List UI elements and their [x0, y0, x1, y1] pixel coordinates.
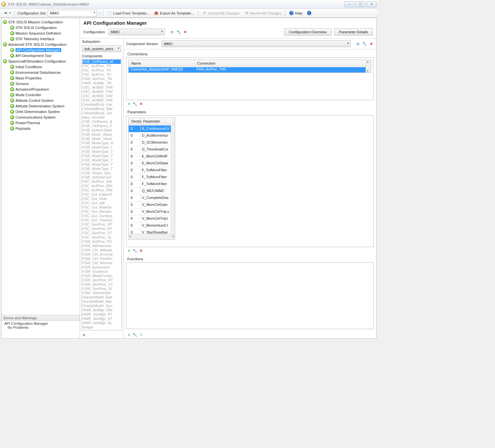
add-icon[interactable]: + — [127, 101, 131, 106]
nav-back-button[interactable]: ⬅▾ — [2, 10, 12, 16]
component-item[interactable]: FSW_VehicleStat — [82, 291, 121, 295]
functions-box[interactable] — [126, 262, 374, 329]
component-item[interactable]: OSC_ActMdl_THR — [82, 90, 121, 94]
component-item[interactable]: FOB_CtrlParms_A — [82, 120, 121, 124]
accept-all-changes-button[interactable]: ✔ Accept All Changes — [201, 10, 241, 16]
component-item[interactable]: FOB_ModeType_H — [82, 141, 121, 145]
component-item[interactable]: FSC_ActProc_RW — [82, 180, 121, 184]
tree-item-payloads[interactable]: Payloads — [2, 126, 79, 131]
settings-icon[interactable]: 🔧 — [362, 42, 367, 46]
component-item[interactable]: FSC_ActProc_TH — [82, 68, 121, 72]
parameter-row[interactable]: 0F_TotMomFilter — [129, 181, 175, 187]
parameter-row[interactable]: 0D_ThresholdCor — [129, 146, 175, 153]
add-icon[interactable]: + — [127, 248, 131, 253]
component-item[interactable]: HWR_SenMgr_SL — [82, 321, 121, 325]
connections-col-name[interactable]: Name — [129, 60, 195, 67]
tree-item-mass-properties[interactable]: Mass Properties — [2, 75, 79, 81]
component-item[interactable]: FSW_Ctrl_FeedFo — [82, 257, 121, 261]
component-item[interactable]: FOB_Mode_SlewL — [82, 137, 121, 141]
component-item[interactable]: Ka_Band_Comm — [82, 329, 121, 330]
parameters-col-parameter[interactable]: Parameter — [141, 118, 175, 125]
tree-item-communications[interactable]: Communications System — [2, 114, 79, 120]
parameter-row[interactable]: 0E_MomCtrlRefF — [129, 153, 175, 160]
parameter-row[interactable]: 0V_CompleteDea — [129, 194, 175, 201]
component-item[interactable]: CelestialBody_Mar — [82, 107, 121, 111]
component-item[interactable]: OSC_ActMdl_THR — [82, 94, 121, 98]
delete-icon[interactable]: ✕ — [139, 248, 143, 253]
components-list[interactable]: FOB_CtrlParms_MFSC_ActProc_THFSC_ActProc… — [81, 59, 122, 330]
component-item[interactable]: FOB_ModeType_T — [82, 162, 121, 167]
parameters-col-section[interactable]: Sectio — [129, 118, 141, 125]
component-item[interactable]: GravityModel_Sun — [82, 304, 121, 308]
configuration-overview-button[interactable]: Configuration Overview — [284, 28, 331, 36]
tree-group-advanced[interactable]: Advanced STK SOLIS Configuration — [2, 42, 79, 47]
parameter-row[interactable]: 0Q_REF2MMC — [129, 187, 175, 194]
tree-item-mode-controller[interactable]: Mode Controller — [2, 92, 79, 98]
component-item[interactable]: FOB_VehicleConf — [82, 175, 121, 180]
component-item[interactable]: HWR_ActMgr_TH — [82, 81, 121, 85]
component-item[interactable]: FSW_ModeContro — [82, 274, 121, 278]
component-item[interactable]: FSW_ActProc_RV — [82, 239, 121, 244]
component-item[interactable]: FSW_SenProc_RT — [82, 278, 121, 282]
add-component-icon[interactable]: + — [81, 332, 87, 338]
component-item[interactable]: GravityModel_Mar — [82, 299, 121, 304]
parameter-row[interactable]: 0V_MomCtrlTrqU — [129, 215, 175, 222]
parameter-details-button[interactable]: Parameter Details — [334, 28, 373, 36]
tree-item-api-dev-tool[interactable]: API Development Tool — [2, 53, 79, 58]
component-item[interactable]: OSC_ActMdl_THR — [82, 85, 121, 90]
component-item[interactable]: FOB_ModeType_T — [82, 167, 121, 171]
help-button[interactable]: ? Help — [288, 10, 304, 16]
component-item[interactable]: FSC_Gui_SunAcq — [82, 214, 121, 218]
connections-col-connection[interactable]: Connection — [195, 60, 371, 67]
component-item[interactable]: FSW_Ctrl_Attitude — [82, 248, 121, 252]
component-item[interactable]: FSC_ActProc_TH — [82, 64, 121, 68]
delete-icon[interactable]: ✕ — [139, 101, 143, 106]
component-item[interactable]: FOB_ModeType_I — [82, 145, 121, 150]
scrollbar-vertical[interactable] — [366, 60, 371, 72]
revert-all-changes-button[interactable]: ⟲ Revert All Changes — [243, 10, 282, 16]
connections-table[interactable]: Name Connection Connection_ActuatorSetIF… — [128, 60, 371, 73]
component-item[interactable]: FSC_Gui_Trackinc — [82, 218, 121, 222]
component-item[interactable]: FSW_Ctrl_ErrorGe — [82, 252, 121, 257]
settings-icon[interactable]: 🔧 — [176, 30, 181, 34]
parameter-row[interactable]: 0V_MomCtrlTrqLo — [129, 208, 175, 215]
scrollbar-vertical[interactable] — [171, 125, 175, 234]
load-from-template-button[interactable]: 📄 Load From Template... — [106, 10, 151, 16]
tree-item-mission-sequence[interactable]: Mission Sequence Definition — [2, 30, 79, 36]
component-item[interactable]: FSC_SenProc_RT — [82, 222, 121, 227]
component-item[interactable]: FSC_ActProc_RW — [82, 188, 121, 192]
parameter-row[interactable]: 0F_TotMomFilter — [129, 167, 175, 174]
component-item[interactable]: FOB_Mode_SlewL — [82, 132, 121, 137]
component-item[interactable]: CelestialBody_Ear — [82, 102, 121, 107]
component-item[interactable]: FOB_EphemTable — [82, 128, 121, 132]
component-item[interactable]: FOB_ModeType_T — [82, 154, 121, 158]
tree-item-env-disturbances[interactable]: Environmental Disturbances — [2, 70, 79, 75]
component-item[interactable]: FSC_SenProc_RT — [82, 227, 121, 231]
parameter-row[interactable]: 0F_TotMomFilter — [129, 174, 175, 181]
export-as-template-button[interactable]: 📤 Export As Template... — [153, 10, 195, 16]
parameter-row[interactable]: 0B_ContinuousCo — [129, 125, 175, 132]
component-item[interactable]: FSW_Ctrl_Momen — [82, 261, 121, 265]
parameter-row[interactable]: 0D_SCMomentur — [129, 139, 175, 146]
tree-group-mission[interactable]: STK SOLIS Mission Configuration — [2, 19, 79, 25]
add-icon[interactable]: + — [127, 332, 131, 337]
configuration-combo[interactable]: MMO — [109, 29, 165, 35]
component-item[interactable]: FSC_Gui_RateDa — [82, 205, 121, 210]
component-item[interactable]: CelestialBody_Sur — [82, 111, 121, 115]
tree-item-sensors[interactable]: Sensors — [2, 81, 79, 86]
tree-item-telemetry[interactable]: STK Telemetry Interface — [2, 36, 79, 42]
component-item[interactable]: GravityModel_Eart — [82, 295, 121, 299]
component-item[interactable]: FOB_ModeType_T — [82, 150, 121, 154]
component-item[interactable]: FSC_SenProc_SL — [82, 235, 121, 239]
component-item[interactable]: FSC_ActProc_TH — [82, 72, 121, 77]
parameter-row[interactable]: 0D_ActMomentur — [129, 132, 175, 139]
component-item[interactable]: FSW_Guidance — [82, 269, 121, 274]
component-item[interactable]: FOB_CtrlParms_F — [82, 124, 121, 128]
component-item[interactable]: FOB_Target_Gen — [82, 171, 121, 175]
scrollbar-horizontal[interactable] — [129, 234, 175, 239]
component-item[interactable]: FSC_Gui_Rendez — [82, 210, 121, 214]
tree-item-attitude-determination[interactable]: Attitude Determination System — [2, 103, 79, 109]
edit-icon[interactable]: 🔧 — [133, 248, 137, 253]
component-item[interactable]: FSC_ActProc_RW — [82, 184, 121, 188]
component-item[interactable]: OSC_ActMdl_THR — [82, 98, 121, 102]
